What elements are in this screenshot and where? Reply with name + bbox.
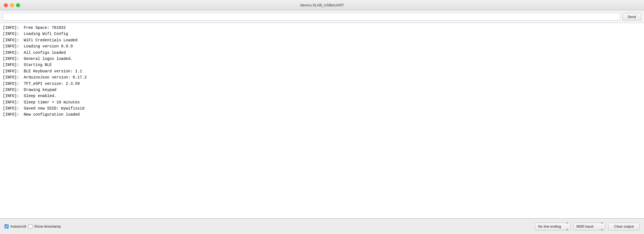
output-line: [INFO]: BLE Keyboard version: 1.1 [3,68,641,74]
bottom-bar: Autoscroll Show timestamp No line ending… [0,218,644,234]
line-ending-select[interactable]: No line endingNewlineCarriage returnBoth… [535,223,570,230]
autoscroll-checkbox[interactable] [4,224,9,228]
show-timestamp-checkbox-label[interactable]: Show timestamp [28,224,61,228]
baud-rate-wrapper: 300 baud1200 baud2400 baud4800 baud9600 … [573,223,605,230]
window-title: /dev/cu.SLAB_USBtoUART [300,3,344,7]
close-button[interactable] [4,3,8,7]
autoscroll-checkbox-label[interactable]: Autoscroll [4,224,26,228]
output-line: [INFO]: Loading version 0.9.9 [3,43,641,49]
output-line: [INFO]: Loading Wifi Config [3,31,641,37]
autoscroll-label: Autoscroll [10,224,26,228]
title-bar: /dev/cu.SLAB_USBtoUART [0,0,644,11]
output-line: [INFO]: ArduinoJson version: 6.17.2 [3,74,641,80]
send-button[interactable]: Send [622,13,641,21]
serial-input[interactable] [3,13,620,21]
output-line: [INFO]: Saved new SSID: mywifissid [3,105,641,111]
output-line: [INFO]: Sleep enabled. [3,93,641,99]
baud-rate-select[interactable]: 300 baud1200 baud2400 baud4800 baud9600 … [573,223,605,230]
output-line: [INFO]: TFT_eSPI version: 2.3.59 [3,81,641,87]
minimize-button[interactable] [10,3,14,7]
output-line: [INFO]: WiFi Credentials Loaded [3,37,641,43]
output-line: [INFO]: All configs loaded [3,50,641,56]
output-line: [INFO]: Drawing keypad [3,87,641,93]
checkbox-group: Autoscroll Show timestamp [4,224,61,228]
line-ending-wrapper: No line endingNewlineCarriage returnBoth… [535,223,570,230]
output-line: [INFO]: Free Space: 761032 [3,25,641,31]
clear-output-button[interactable]: Clear output [608,223,640,230]
output-line: [INFO]: General logos loaded. [3,56,641,62]
window-controls [4,3,20,7]
maximize-button[interactable] [16,3,20,7]
send-row: Send [0,11,644,23]
show-timestamp-label: Show timestamp [34,224,61,228]
show-timestamp-checkbox[interactable] [28,224,32,228]
output-line: [INFO]: New configuration loaded [3,111,641,118]
output-line: [INFO]: Starting BLE [3,62,641,68]
output-line: [INFO]: Sleep timer = 10 minutes [3,99,641,105]
output-area[interactable]: [INFO]: Free Space: 761032[INFO]: Loadin… [0,23,644,218]
bottom-right-controls: No line endingNewlineCarriage returnBoth… [535,223,640,230]
